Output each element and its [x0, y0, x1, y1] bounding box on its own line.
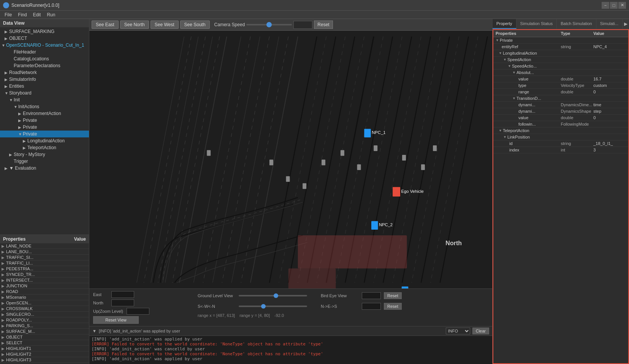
tree-item-teleportaction[interactable]: ▶ TeleportAction: [0, 144, 89, 151]
list-item[interactable]: ▶ SINGLECRO...: [0, 312, 89, 317]
map-view[interactable]: NPC_1 Ego Vehicle NPC_2 NPC_3 North: [89, 31, 492, 288]
bird-eye-reset[interactable]: Reset: [384, 292, 402, 299]
tree-item-private-2[interactable]: ▶ Private: [0, 124, 89, 131]
tree-item-openscenario[interactable]: ▼ OpenSCENARIO - Scenario_Cut_In_1: [0, 42, 89, 49]
list-item[interactable]: ▶ ROAD: [0, 289, 89, 295]
sw-n-slider[interactable]: [239, 306, 307, 307]
list-item[interactable]: ▶ INTERSECT...: [0, 277, 89, 283]
menu-edit[interactable]: Edit: [30, 11, 44, 18]
prop-row-dynami-time[interactable]: dynami... DynamicsDime... time: [493, 102, 628, 108]
menu-find[interactable]: Find: [15, 11, 30, 18]
list-item[interactable]: ▶ LANE_NODE: [0, 243, 89, 249]
tree-item-entities[interactable]: ▶ Entities: [0, 83, 89, 90]
maximize-button[interactable]: □: [610, 2, 618, 9]
tree-item-private-1[interactable]: ▶ Private: [0, 117, 89, 124]
tree-item-object[interactable]: ▶ OBJECT: [0, 35, 89, 42]
zoom-value[interactable]: -92: [127, 308, 149, 315]
list-item[interactable]: ▶ HIGHLIGHT2: [0, 351, 89, 357]
prop-row-entityref[interactable]: entityRef string NPC_4: [493, 44, 628, 50]
prop-row-index[interactable]: index int 3: [493, 147, 628, 153]
prop-row-value-zero[interactable]: value double 0: [493, 115, 628, 121]
see-north-button[interactable]: See North: [120, 20, 149, 29]
prop-row-followin[interactable]: followin... FollowingMode: [493, 121, 628, 128]
minimize-button[interactable]: −: [602, 2, 609, 9]
tab-property[interactable]: Property: [493, 19, 517, 29]
tree-item-story-mystory[interactable]: ▶ Story - MyStory: [0, 151, 89, 158]
list-item[interactable]: ▶ SYNCED_TR...: [0, 272, 89, 277]
menu-run[interactable]: Run: [44, 11, 58, 18]
tree-arrow: ▶: [23, 139, 27, 143]
tree-item-environmentaction[interactable]: ▶ EnvironmentAction: [0, 110, 89, 117]
svg-rect-44: [402, 155, 406, 161]
properties-table-body[interactable]: ▼ Private entityRef string NPC_4 ▼ Longi…: [493, 37, 628, 363]
prop-row-value-speed[interactable]: value double 16.7: [493, 76, 628, 82]
north-value[interactable]: 42: [111, 299, 134, 306]
center-panel: See East See North See West See South Ca…: [89, 19, 492, 364]
n-e-s-value[interactable]: 0: [362, 303, 381, 310]
tab-batch-simulation[interactable]: Batch Simulation: [557, 19, 596, 29]
see-east-button[interactable]: See East: [92, 20, 119, 29]
camera-speed-slider[interactable]: [246, 24, 292, 25]
prop-row-linkposition[interactable]: ▼ LinkPosition: [493, 134, 628, 140]
list-item[interactable]: ▶ ROADPOLY...: [0, 317, 89, 323]
n-e-s-reset[interactable]: Reset: [384, 303, 402, 310]
list-item[interactable]: ▶ TRAFFIC_SI...: [0, 255, 89, 260]
list-item[interactable]: ▶ PEDESTRIA...: [0, 266, 89, 272]
prop-row-absolut[interactable]: ▼ Absolut...: [493, 69, 628, 76]
tree-item-roadnetwork[interactable]: ▶ RoadNetwork: [0, 69, 89, 76]
tab-simulation-status[interactable]: Simulation Status: [517, 19, 557, 29]
bird-eye-value[interactable]: 0: [362, 292, 381, 299]
list-item[interactable]: ▶ TRAFFIC_LI...: [0, 260, 89, 266]
tree-container[interactable]: ▶ SURFACE_MARKING ▶ OBJECT ▼ OpenSCENARI…: [0, 27, 89, 235]
list-item[interactable]: ▶ SURFACE_M...: [0, 329, 89, 334]
tree-item-surface-marking[interactable]: ▶ SURFACE_MARKING: [0, 28, 89, 35]
tree-item-initactions[interactable]: ▼ InitActions: [0, 103, 89, 110]
list-item[interactable]: ▶ OBJECT: [0, 334, 89, 340]
tab-arrow[interactable]: ▶: [623, 19, 629, 29]
tree-arrow: ▶: [5, 77, 9, 82]
tree-item-parameterdeclarations[interactable]: ▶ ParameterDeclarations: [0, 62, 89, 69]
list-item[interactable]: ▶ LANE_BOU...: [0, 249, 89, 255]
tree-item-simulatorinfo[interactable]: ▶ SimulatorInfo: [0, 76, 89, 83]
see-south-button[interactable]: See South: [180, 20, 210, 29]
tab-simulati[interactable]: Simulati...: [596, 19, 623, 29]
prop-row-transitiond[interactable]: ▼ TransitionD...: [493, 95, 628, 102]
tree-item-cataloglocations[interactable]: ▶ CatalogLocations: [0, 55, 89, 62]
prop-row-speedactio[interactable]: ▼ SpeedActio...: [493, 63, 628, 69]
prop-row-range[interactable]: range double 0: [493, 89, 628, 95]
tree-item-private-3[interactable]: ▼ Private: [0, 131, 89, 137]
close-button[interactable]: ✕: [618, 2, 626, 9]
log-level-select[interactable]: INFO DEBUG ERROR: [446, 328, 470, 334]
list-item[interactable]: ▶ PARKING_S...: [0, 323, 89, 329]
prop-row-private[interactable]: ▼ Private: [493, 37, 628, 44]
east-value[interactable]: 550: [111, 291, 134, 298]
list-item[interactable]: ▶ MScenario: [0, 295, 89, 300]
list-item[interactable]: ▶ HIGHLIGHT3: [0, 357, 89, 363]
prop-row-speedaction[interactable]: ▼ SpeedAction: [493, 57, 628, 63]
list-item[interactable]: ▶ JUNCTION: [0, 283, 89, 289]
tree-item-trigger[interactable]: ▶ Trigger: [0, 158, 89, 165]
prop-row-teleportaction[interactable]: ▼ TeleportAction: [493, 128, 628, 134]
camera-speed-value[interactable]: 0: [293, 21, 312, 29]
tree-item-evaluation[interactable]: ▶ ▼ Evaluation: [0, 165, 89, 172]
prop-row-id[interactable]: id string _18_0_l1_: [493, 140, 628, 147]
ground-level-slider[interactable]: [239, 295, 307, 296]
tree-item-init[interactable]: ▼ Init: [0, 96, 89, 103]
reset-button[interactable]: Reset: [314, 20, 333, 29]
tree-item-storyboard[interactable]: ▼ Storyboard: [0, 90, 89, 96]
props-table[interactable]: ▶ LANE_NODE ▶ LANE_BOU... ▶ TRAFFIC_SI..…: [0, 243, 89, 364]
tree-item-longitudinalaction[interactable]: ▶ LongitudinalAction: [0, 137, 89, 144]
list-item[interactable]: ▶ HIGHLIGHT1: [0, 346, 89, 351]
prop-row-dynami-step[interactable]: dynami... DynamicsShape step: [493, 108, 628, 115]
prop-row-longitudinalaction[interactable]: ▼ LongitudinalAction: [493, 50, 628, 57]
menu-file[interactable]: File: [2, 11, 15, 18]
tree-item-fileheader[interactable]: ▶ FileHeader: [0, 49, 89, 55]
reset-view-button[interactable]: Reset View: [93, 316, 139, 324]
list-item[interactable]: ▶ OpenSCEN...: [0, 300, 89, 306]
list-item[interactable]: ▶ CROSSWALK: [0, 306, 89, 312]
prop-row-type-velocity[interactable]: type VelocityType custom: [493, 82, 628, 89]
sw-n-row: S<-W<-N N->E->S 0 Reset: [198, 303, 488, 310]
log-clear-button[interactable]: Clear: [472, 328, 489, 334]
see-west-button[interactable]: See West: [151, 20, 179, 29]
list-item[interactable]: ▶ SELECT: [0, 340, 89, 346]
